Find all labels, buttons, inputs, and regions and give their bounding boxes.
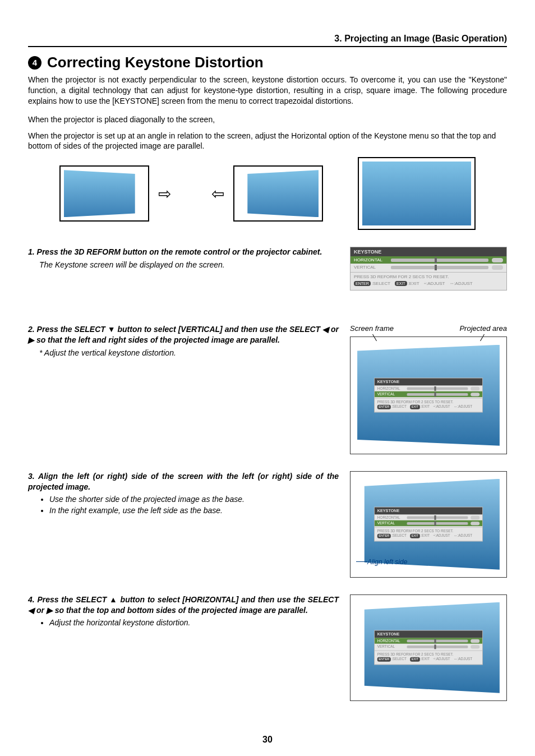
trapezoid-left: [59, 165, 149, 222]
keystone-osd: KEYSTONE HORIZONTAL VERTICAL PRESS 3D RE…: [350, 247, 507, 290]
step3-bullet2: In the right example, use the left side …: [49, 506, 339, 515]
section-title: Correcting Keystone Distortion: [47, 54, 264, 71]
step1-sub: The Keystone screen will be displayed on…: [39, 260, 339, 270]
diagonal-intro-2: When the projector is set up at an angle…: [28, 131, 507, 152]
step1-title: 1. Press the 3D REFORM button on the rem…: [28, 247, 339, 257]
diagonal-intro-1: When the projector is placed diagonally …: [28, 114, 507, 125]
align-left-label: Align left side: [367, 558, 407, 566]
step2-title: 2. Press the SELECT ▼ button to select […: [28, 324, 339, 345]
osd-title: KEYSTONE: [350, 247, 506, 256]
intro-paragraph: When the projector is not exactly perpen…: [28, 75, 507, 107]
screen-frame-label: Screen frame: [350, 324, 394, 333]
chapter-header: 3. Projecting an Image (Basic Operation): [28, 34, 507, 47]
step2-diagram: KEYSTONE HORIZONTAL VERTICAL PRESS 3D RE…: [350, 336, 507, 454]
enter-button-icon: ENTER: [354, 281, 371, 287]
page-number: 30: [0, 735, 535, 745]
projected-area-label: Projected area: [459, 324, 507, 333]
step3-bullet1: Use the shorter side of the projected im…: [49, 495, 339, 504]
osd-row-vertical: VERTICAL: [350, 264, 506, 271]
osd-row-horizontal: HORIZONTAL: [350, 256, 506, 264]
section-number-badge: 4: [28, 56, 41, 70]
arrow-right-icon: ⇨: [158, 185, 171, 203]
step4-diagram: KEYSTONE HORIZONTAL VERTICAL PRESS 3D RE…: [350, 594, 507, 701]
osd-reset-hint: PRESS 3D REFORM FOR 2 SECS TO RESET.: [354, 274, 503, 280]
step3-title: 3. Align the left (or right) side of the…: [28, 471, 339, 492]
step2-sub: * Adjust the vertical keystone distortio…: [39, 348, 339, 358]
trapezoid-right: [233, 165, 323, 222]
step3-diagram: KEYSTONE HORIZONTAL VERTICAL PRESS 3D RE…: [350, 471, 507, 578]
step4-title: 4. Press the SELECT ▲ button to select […: [28, 594, 339, 616]
keystone-diagram: ⇨ ⇦: [28, 157, 507, 230]
corrected-rectangle: [358, 157, 476, 230]
step4-bullet1: Adjust the horizontal keystone distortio…: [49, 618, 339, 627]
arrow-left-icon: ⇦: [211, 185, 224, 203]
exit-button-icon: EXIT: [395, 281, 407, 287]
